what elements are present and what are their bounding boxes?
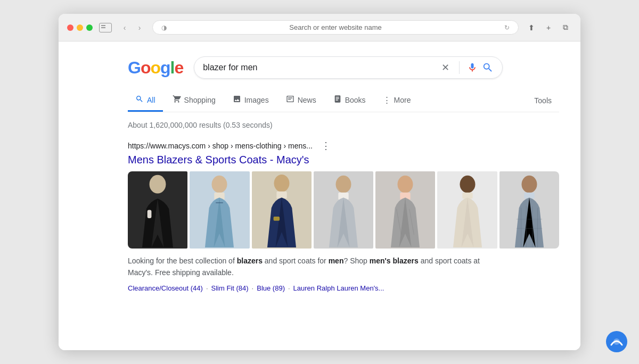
browser-chrome: ‹ › ◑ Search or enter website name ↻ ⬆ +…: [59, 14, 580, 42]
shopping-tab-icon: [173, 95, 181, 105]
images-tab-label: Images: [244, 96, 269, 104]
tab-switcher-icon[interactable]: [99, 23, 112, 32]
tab-images[interactable]: Images: [225, 89, 276, 112]
result-image-6[interactable]: [437, 171, 497, 249]
desc-bold-3: men's blazers: [370, 257, 419, 265]
books-tab-icon: [333, 95, 342, 105]
result-title-link[interactable]: Mens Blazers & Sports Coats - Macy's: [128, 154, 559, 166]
all-tab-icon: [135, 95, 144, 105]
link-sep-1: ·: [206, 284, 208, 292]
tab-more[interactable]: ⋮ More: [375, 90, 419, 112]
result-image-4[interactable]: [314, 171, 373, 249]
logo-g2: g: [160, 58, 170, 77]
back-button[interactable]: ‹: [118, 21, 131, 34]
nav-arrows: ‹ ›: [118, 21, 146, 34]
desc-text-2: and sport coats for: [263, 257, 329, 265]
search-result: https://www.macys.com › shop › mens-clot…: [128, 140, 559, 292]
svg-rect-7: [273, 217, 280, 221]
assistant-icon[interactable]: [605, 330, 628, 353]
duplicate-tab-button[interactable]: ⧉: [559, 21, 572, 34]
result-image-5[interactable]: [375, 171, 435, 249]
svg-point-2: [212, 175, 227, 193]
refresh-icon[interactable]: ↻: [504, 24, 510, 31]
sub-link-4[interactable]: Lauren Ralph Lauren Men's...: [293, 284, 384, 292]
address-text: Search or enter website name: [171, 23, 500, 31]
svg-point-5: [274, 174, 289, 192]
tab-shopping[interactable]: Shopping: [165, 89, 223, 112]
logo-e: e: [174, 58, 183, 77]
address-bar[interactable]: ◑ Search or enter website name ↻: [152, 20, 519, 35]
sub-link-2[interactable]: Slim Fit (84): [211, 284, 249, 292]
divider: [459, 61, 460, 74]
images-tab-icon: [233, 95, 241, 105]
share-button[interactable]: ⬆: [525, 21, 538, 34]
close-button[interactable]: [67, 24, 73, 31]
svg-rect-6: [276, 191, 286, 198]
result-image-7[interactable]: [499, 171, 559, 249]
news-tab-icon: [286, 95, 294, 105]
svg-point-25: [613, 338, 620, 345]
search-bar[interactable]: blazer for men ✕: [194, 56, 503, 79]
maximize-button[interactable]: [86, 24, 93, 31]
result-url-text: https://www.macys.com › shop › mens-clot…: [128, 142, 313, 150]
result-description: Looking for the best collection of blaze…: [128, 255, 490, 279]
tab-news[interactable]: News: [278, 89, 324, 112]
books-tab-label: Books: [345, 96, 366, 104]
result-options-button[interactable]: ⋮: [321, 140, 331, 152]
result-image-2[interactable]: [190, 171, 249, 249]
new-tab-button[interactable]: +: [542, 21, 555, 34]
desc-text-1: Looking for the best collection of: [128, 257, 237, 265]
minimize-button[interactable]: [77, 24, 83, 31]
logo-o2: o: [150, 58, 160, 77]
result-image-1[interactable]: [128, 171, 187, 249]
result-sub-links: Clearance/Closeout (44) · Slim Fit (84) …: [128, 284, 559, 292]
desc-text-3: ? Shop: [343, 257, 369, 265]
browser-actions: ⬆ + ⧉: [525, 21, 572, 34]
desc-bold-1: blazers: [237, 257, 263, 265]
news-tab-label: News: [298, 96, 316, 104]
shopping-tab-label: Shopping: [184, 96, 216, 104]
results-count: About 1,620,000,000 results (0.53 second…: [128, 121, 559, 129]
svg-rect-1: [148, 210, 152, 218]
forward-button[interactable]: ›: [133, 21, 146, 34]
tab-books[interactable]: Books: [326, 89, 373, 112]
google-logo: Google: [128, 59, 183, 76]
link-sep-2: ·: [252, 284, 254, 292]
desc-bold-2: men: [329, 257, 344, 265]
result-url: https://www.macys.com › shop › mens-clot…: [128, 140, 559, 152]
lock-icon: ◑: [161, 24, 167, 31]
tools-label: Tools: [534, 96, 552, 105]
page-content: Google blazer for men ✕: [59, 42, 580, 350]
sub-link-1[interactable]: Clearance/Closeout (44): [128, 284, 203, 292]
result-image-3[interactable]: [252, 171, 312, 249]
search-input[interactable]: blazer for men: [203, 63, 435, 72]
clear-search-button[interactable]: ✕: [439, 62, 452, 73]
logo-g: G: [128, 58, 141, 77]
sub-link-3[interactable]: Blue (89): [257, 284, 285, 292]
all-tab-label: All: [147, 96, 155, 104]
logo-o1: o: [141, 58, 151, 77]
nav-tabs: All Shopping Images News: [128, 89, 559, 112]
svg-point-16: [521, 175, 537, 193]
search-submit-button[interactable]: [482, 62, 494, 73]
tab-all[interactable]: All: [128, 89, 163, 112]
svg-point-8: [336, 175, 351, 193]
voice-search-button[interactable]: [467, 62, 478, 73]
svg-point-10: [398, 175, 413, 193]
svg-point-0: [150, 175, 166, 193]
tools-button[interactable]: Tools: [527, 91, 559, 110]
result-image-strip: [128, 171, 559, 249]
link-sep-3: ·: [288, 284, 290, 292]
browser-window: ‹ › ◑ Search or enter website name ↻ ⬆ +…: [59, 14, 580, 350]
google-header: Google blazer for men ✕: [128, 56, 559, 79]
more-tab-icon: ⋮: [383, 95, 391, 105]
traffic-lights: [67, 24, 93, 31]
svg-point-14: [460, 175, 475, 193]
more-tab-label: More: [394, 96, 411, 104]
